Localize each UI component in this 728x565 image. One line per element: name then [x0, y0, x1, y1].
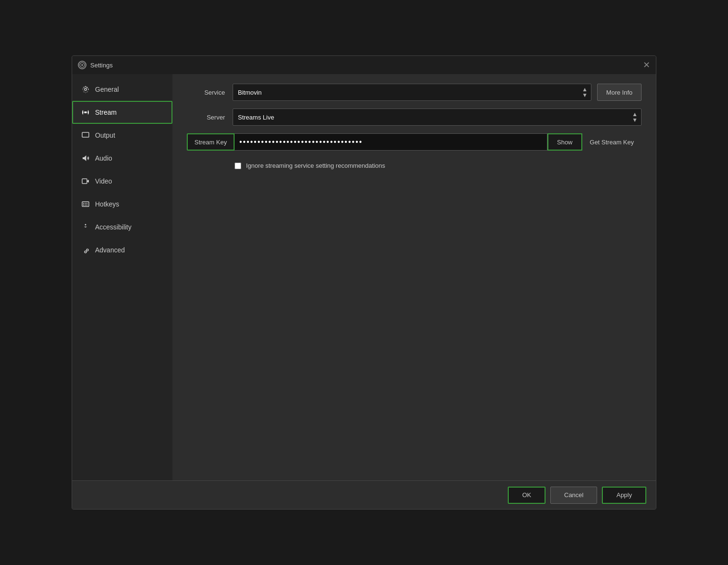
sidebar-item-video[interactable]: Video — [72, 170, 172, 193]
title-bar-left: Settings — [78, 61, 113, 69]
sidebar-item-accessibility[interactable]: Accessibility — [72, 216, 172, 239]
close-button[interactable]: ✕ — [643, 61, 650, 69]
ok-button[interactable]: OK — [508, 487, 546, 504]
svg-rect-5 — [83, 203, 84, 204]
cancel-button[interactable]: Cancel — [550, 487, 597, 504]
video-icon — [81, 176, 90, 186]
server-select[interactable]: Streams Live — [233, 109, 642, 126]
server-select-wrapper: Streams Live ▲ ▼ — [233, 109, 642, 126]
ignore-recommendations-label[interactable]: Ignore streaming service setting recomme… — [246, 162, 385, 169]
service-row: Service Bitmovin ▲ ▼ More Info — [187, 84, 642, 101]
svg-rect-4 — [82, 202, 89, 206]
stream-key-input[interactable] — [235, 133, 547, 151]
gear-icon — [81, 85, 90, 94]
service-select[interactable]: Bitmovin — [233, 84, 591, 101]
show-button[interactable]: Show — [547, 133, 582, 151]
sidebar: General Stream — [72, 74, 172, 480]
svg-point-12 — [86, 249, 88, 251]
svg-rect-8 — [83, 205, 84, 206]
sidebar-label-hotkeys: Hotkeys — [95, 200, 119, 208]
svg-rect-2 — [82, 132, 89, 137]
server-row: Server Streams Live ▲ ▼ — [187, 109, 642, 126]
window-title: Settings — [90, 62, 113, 69]
stream-key-label: Stream Key — [187, 133, 235, 151]
sidebar-label-output: Output — [95, 131, 115, 139]
sidebar-label-video: Video — [95, 177, 112, 185]
sidebar-label-general: General — [95, 86, 119, 93]
sidebar-label-advanced: Advanced — [95, 246, 125, 254]
hotkeys-icon — [81, 199, 90, 209]
svg-rect-7 — [86, 203, 87, 204]
ignore-recommendations-row: Ignore streaming service setting recomme… — [235, 162, 642, 169]
get-stream-key-button[interactable]: Get Stream Key — [582, 133, 642, 151]
accessibility-icon — [81, 222, 90, 232]
app-icon — [78, 61, 86, 69]
svg-rect-3 — [82, 179, 87, 184]
stream-key-row: Stream Key Show Get Stream Key — [187, 133, 642, 151]
sidebar-label-accessibility: Accessibility — [95, 223, 131, 231]
sidebar-item-stream[interactable]: Stream — [72, 101, 172, 124]
stream-icon — [81, 108, 90, 117]
ignore-recommendations-checkbox[interactable] — [235, 163, 241, 169]
svg-rect-9 — [85, 205, 86, 206]
sidebar-item-audio[interactable]: Audio — [72, 147, 172, 170]
advanced-icon — [81, 245, 90, 255]
settings-window: Settings ✕ General — [72, 55, 656, 510]
more-info-button[interactable]: More Info — [597, 84, 642, 101]
svg-point-11 — [85, 224, 86, 226]
sidebar-item-output[interactable]: Output — [72, 124, 172, 147]
output-icon — [81, 130, 90, 140]
server-label: Server — [187, 114, 225, 121]
svg-point-13 — [85, 251, 86, 253]
svg-rect-6 — [85, 203, 86, 204]
apply-button[interactable]: Apply — [602, 487, 646, 504]
sidebar-item-hotkeys[interactable]: Hotkeys — [72, 193, 172, 216]
sidebar-label-audio: Audio — [95, 154, 112, 162]
sidebar-label-stream: Stream — [95, 109, 117, 116]
audio-icon — [81, 153, 90, 163]
main-content: Service Bitmovin ▲ ▼ More Info Server — [172, 74, 656, 480]
service-label: Service — [187, 89, 225, 96]
sidebar-item-general[interactable]: General — [72, 78, 172, 101]
sidebar-item-advanced[interactable]: Advanced — [72, 239, 172, 261]
service-select-wrapper: Bitmovin ▲ ▼ — [233, 84, 591, 101]
svg-rect-10 — [86, 205, 87, 206]
footer: OK Cancel Apply — [72, 480, 656, 509]
svg-point-1 — [81, 64, 83, 66]
window-body: General Stream — [72, 74, 656, 480]
title-bar: Settings ✕ — [72, 56, 656, 74]
